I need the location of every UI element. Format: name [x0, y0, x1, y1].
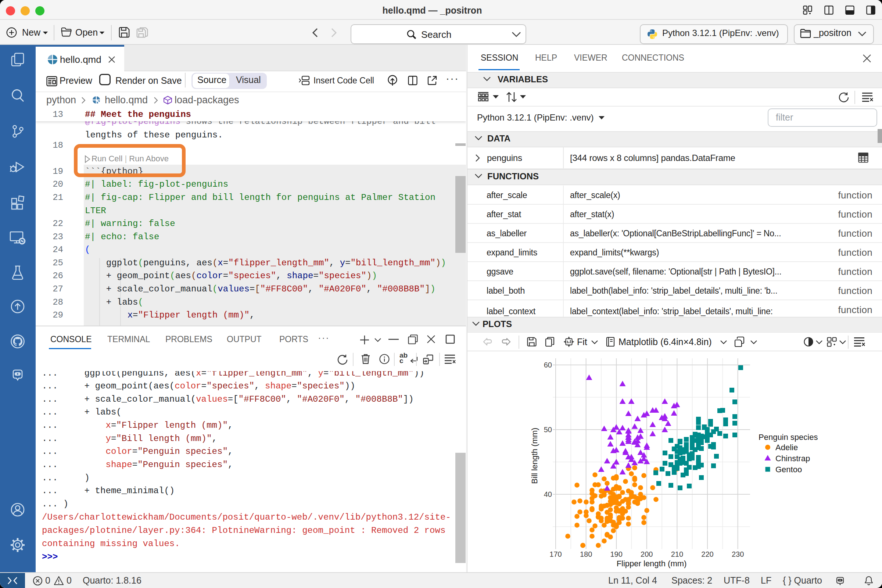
svg-text:50: 50 — [544, 426, 552, 434]
svg-text:Bill length (mm): Bill length (mm) — [530, 428, 539, 484]
svg-text:200: 200 — [640, 550, 652, 558]
svg-text:Penguin species: Penguin species — [759, 432, 818, 442]
svg-text:Gentoo: Gentoo — [776, 465, 802, 474]
svg-text:40: 40 — [544, 490, 552, 498]
svg-text:220: 220 — [701, 550, 713, 558]
svg-text:180: 180 — [580, 550, 592, 558]
svg-text:Flipper length (mm): Flipper length (mm) — [616, 559, 687, 568]
svg-text:190: 190 — [610, 550, 622, 558]
svg-text:210: 210 — [671, 550, 683, 558]
svg-text:Chinstrap: Chinstrap — [776, 454, 810, 463]
svg-text:Adelie: Adelie — [776, 443, 798, 452]
svg-text:170: 170 — [549, 550, 561, 558]
svg-text:60: 60 — [544, 361, 552, 369]
svg-text:230: 230 — [732, 550, 744, 558]
